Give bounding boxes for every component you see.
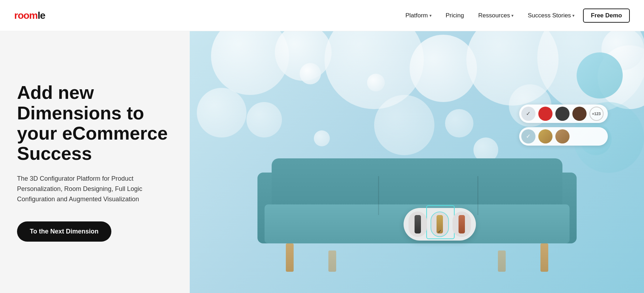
- hero-right-panel: ✓ +123 ✓: [190, 31, 644, 293]
- color-swatch-brown[interactable]: [572, 107, 587, 121]
- hero-left-panel: Add new Dimensions to your eCommerce Suc…: [0, 31, 190, 293]
- color-check-icon: ✓: [521, 107, 535, 121]
- color-swatch-light-wood[interactable]: [538, 129, 553, 143]
- leg-option-dark[interactable]: [409, 212, 427, 237]
- free-demo-button[interactable]: Free Demo: [583, 9, 630, 23]
- nav-item-pricing[interactable]: Pricing: [440, 9, 470, 22]
- sofa-leg-back-right: [498, 250, 506, 272]
- page-content: Add new Dimensions to your eCommerce Suc…: [0, 0, 644, 293]
- cushion-divider: [477, 176, 478, 215]
- nav-item-platform[interactable]: Platform ▾: [400, 9, 437, 22]
- hero-title: Add new Dimensions to your eCommerce Suc…: [17, 83, 173, 164]
- logo[interactable]: roomle: [14, 10, 45, 21]
- leg-picker[interactable]: ✓: [404, 208, 476, 241]
- chevron-down-icon: ▾: [511, 13, 513, 18]
- chevron-down-icon: ▾: [429, 13, 432, 18]
- leg-selected-check: ✓: [438, 229, 442, 234]
- nav-links: Platform ▾ Pricing Ressources ▾ Success …: [400, 9, 630, 23]
- color-more-button[interactable]: +123: [589, 107, 604, 121]
- chevron-down-icon: ▾: [572, 13, 574, 18]
- color-row-2[interactable]: ✓: [519, 127, 608, 146]
- leg-option-copper[interactable]: [453, 212, 471, 237]
- color-check-icon: ✓: [521, 129, 535, 143]
- sofa-scene: [190, 31, 644, 293]
- nav-item-ressources[interactable]: Ressources ▾: [472, 9, 519, 22]
- hero-description: The 3D Configurator Platform for Product…: [17, 174, 173, 204]
- cta-button[interactable]: To the Next Dimension: [17, 221, 111, 242]
- nav-item-success-stories[interactable]: Success Stories ▾: [522, 9, 580, 22]
- color-swatch-red[interactable]: [538, 107, 553, 121]
- color-picker: ✓ +123 ✓: [519, 105, 608, 146]
- cushion-divider: [378, 176, 379, 215]
- navigation: roomle Platform ▾ Pricing Ressources ▾ S…: [0, 0, 644, 31]
- sofa-leg-front-right: [540, 243, 548, 272]
- color-row-1[interactable]: ✓ +123: [519, 105, 608, 123]
- color-swatch-wood[interactable]: [555, 129, 570, 143]
- leg-picker-container: ✓: [404, 208, 476, 241]
- sofa-leg-back-left: [328, 250, 336, 272]
- leg-option-wood[interactable]: ✓: [431, 212, 449, 237]
- color-swatch-dark-gray[interactable]: [555, 107, 570, 121]
- sofa-leg-front-left: [286, 243, 294, 272]
